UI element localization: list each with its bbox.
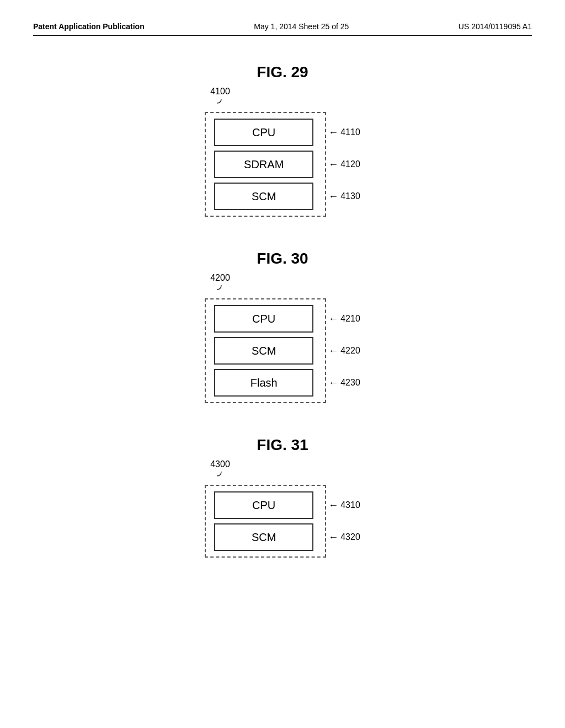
arrow-icon-fig29-0: ← xyxy=(328,127,338,138)
outer-with-labels-fig31: CPUSCM←4310←4320 xyxy=(205,485,360,558)
arrow-icon-fig31-1: ← xyxy=(328,532,338,543)
label-row-fig29-0: ←4110 xyxy=(328,119,360,146)
brace-icon xyxy=(216,284,227,295)
diagram-fig30: 4200 CPUSCMFlash←4210←4220←4230 xyxy=(205,273,360,403)
figure-section-fig29: FIG. 294100 CPUSDRAMSCM←4110←4120←4130 xyxy=(33,63,532,228)
label-row-fig29-2: ←4130 xyxy=(328,183,360,210)
component-label-fig29-2: 4130 xyxy=(340,191,360,201)
system-label-text-fig29: 4100 xyxy=(210,87,230,97)
component-row-fig30-0: CPU xyxy=(214,305,317,333)
component-box-fig29-0: CPU xyxy=(214,119,313,146)
label-row-fig31-0: ←4310 xyxy=(328,491,360,519)
labels-column-fig31: ←4310←4320 xyxy=(328,491,360,551)
fig-title-fig29: FIG. 29 xyxy=(257,63,308,81)
component-row-fig29-1: SDRAM xyxy=(214,151,317,178)
label-row-fig30-0: ←4210 xyxy=(328,305,360,333)
outer-box-fig30: CPUSCMFlash xyxy=(205,298,326,403)
component-box-fig30-1: SCM xyxy=(214,337,313,365)
header-date-sheet: May 1, 2014 Sheet 25 of 25 xyxy=(254,22,349,31)
brace-icon xyxy=(216,470,227,481)
component-box-fig30-2: Flash xyxy=(214,369,313,397)
component-box-fig31-0: CPU xyxy=(214,491,313,519)
component-row-fig31-1: SCM xyxy=(214,523,317,551)
component-box-fig29-1: SDRAM xyxy=(214,151,313,178)
component-row-fig30-1: SCM xyxy=(214,337,317,365)
system-label-text-fig30: 4200 xyxy=(210,273,230,283)
labels-column-fig29: ←4110←4120←4130 xyxy=(328,119,360,210)
component-row-fig30-2: Flash xyxy=(214,369,317,397)
labels-column-fig30: ←4210←4220←4230 xyxy=(328,305,360,397)
component-label-fig31-1: 4320 xyxy=(340,532,360,542)
outer-with-labels-fig29: CPUSDRAMSCM←4110←4120←4130 xyxy=(205,112,360,217)
system-label-fig30: 4200 xyxy=(210,273,232,283)
component-label-fig31-0: 4310 xyxy=(340,500,360,510)
fig-title-fig31: FIG. 31 xyxy=(257,436,308,454)
brace-fig31 xyxy=(216,470,227,484)
header-publication-label: Patent Application Publication xyxy=(33,22,145,31)
figures-container: FIG. 294100 CPUSDRAMSCM←4110←4120←4130FI… xyxy=(33,58,532,574)
label-row-fig29-1: ←4120 xyxy=(328,151,360,178)
component-label-fig30-2: 4230 xyxy=(340,378,360,388)
component-box-fig31-1: SCM xyxy=(214,523,313,551)
component-row-fig31-0: CPU xyxy=(214,491,317,519)
label-row-fig30-2: ←4230 xyxy=(328,369,360,397)
component-label-fig30-1: 4220 xyxy=(340,346,360,356)
arrow-icon-fig30-0: ← xyxy=(328,313,338,325)
brace-fig29 xyxy=(216,98,227,111)
component-box-fig30-0: CPU xyxy=(214,305,313,333)
figure-section-fig30: FIG. 304200 CPUSCMFlash←4210←4220←4230 xyxy=(33,250,532,414)
label-row-fig30-1: ←4220 xyxy=(328,337,360,365)
arrow-icon-fig29-2: ← xyxy=(328,191,338,202)
outer-box-fig31: CPUSCM xyxy=(205,485,326,558)
fig-title-fig30: FIG. 30 xyxy=(257,250,308,267)
header: Patent Application Publication May 1, 20… xyxy=(33,22,532,36)
component-label-fig29-0: 4110 xyxy=(340,127,360,137)
component-box-fig29-2: SCM xyxy=(214,183,313,210)
page: Patent Application Publication May 1, 20… xyxy=(0,0,565,728)
outer-box-fig29: CPUSDRAMSCM xyxy=(205,112,326,217)
system-label-fig31: 4300 xyxy=(210,459,232,469)
figure-section-fig31: FIG. 314300 CPUSCM←4310←4320 xyxy=(33,436,532,569)
arrow-icon-fig31-0: ← xyxy=(328,500,338,511)
arrow-icon-fig30-1: ← xyxy=(328,345,338,357)
arrow-icon-fig30-2: ← xyxy=(328,377,338,389)
diagram-fig29: 4100 CPUSDRAMSCM←4110←4120←4130 xyxy=(205,87,360,217)
component-row-fig29-0: CPU xyxy=(214,119,317,146)
component-label-fig29-1: 4120 xyxy=(340,159,360,169)
brace-fig30 xyxy=(216,284,227,297)
outer-with-labels-fig30: CPUSCMFlash←4210←4220←4230 xyxy=(205,298,360,403)
header-patent-number: US 2014/0119095 A1 xyxy=(459,22,532,31)
component-row-fig29-2: SCM xyxy=(214,183,317,210)
arrow-icon-fig29-1: ← xyxy=(328,159,338,170)
diagram-fig31: 4300 CPUSCM←4310←4320 xyxy=(205,459,360,558)
system-label-fig29: 4100 xyxy=(210,87,232,97)
brace-icon xyxy=(216,98,227,109)
label-row-fig31-1: ←4320 xyxy=(328,523,360,551)
component-label-fig30-0: 4210 xyxy=(340,314,360,324)
system-label-text-fig31: 4300 xyxy=(210,459,230,469)
